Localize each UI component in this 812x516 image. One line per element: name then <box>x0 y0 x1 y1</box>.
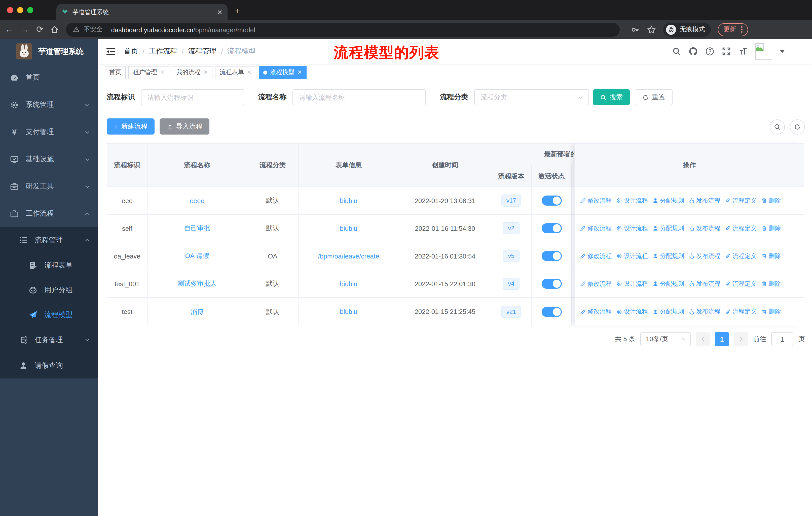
home-icon[interactable] <box>51 25 59 34</box>
tag-close-icon[interactable]: ✕ <box>247 69 252 76</box>
sidebar-item-system[interactable]: 系统管理 <box>0 91 98 118</box>
view-tag[interactable]: 流程表单 ✕ <box>215 66 256 79</box>
edit-process-action[interactable]: 修改流程 <box>580 252 612 260</box>
form-info-link[interactable]: biubiu <box>298 187 399 214</box>
forward-icon[interactable]: → <box>21 25 29 34</box>
view-tag[interactable]: 首页 ✕ <box>105 66 126 79</box>
form-info-link[interactable]: /bpm/oa/leave/create <box>298 242 399 270</box>
goto-page-input[interactable] <box>771 332 793 346</box>
caret-down-icon[interactable] <box>780 50 785 53</box>
maximize-window-icon[interactable] <box>27 7 33 13</box>
version-tag[interactable]: v21 <box>501 306 521 318</box>
edit-process-action[interactable]: 修改流程 <box>580 196 612 205</box>
version-tag[interactable]: v4 <box>503 278 519 290</box>
sidebar-item-payment[interactable]: ¥ 支付管理 <box>0 118 98 146</box>
active-toggle[interactable] <box>542 251 561 261</box>
process-name-link[interactable]: 滔博 <box>147 298 247 326</box>
reload-icon[interactable]: ⟳ <box>36 25 44 34</box>
page-size-select[interactable]: 10条/页 <box>640 332 691 346</box>
app-logo[interactable]: 芋道管理系统 <box>0 39 98 64</box>
process-name-link[interactable]: OA 请假 <box>147 242 247 270</box>
back-icon[interactable]: ← <box>5 25 13 34</box>
update-button[interactable]: 更新 <box>718 23 748 36</box>
edit-process-action[interactable]: 修改流程 <box>580 224 612 233</box>
delete-action[interactable]: 删除 <box>761 196 781 205</box>
form-info-link[interactable]: biubiu <box>298 298 399 326</box>
help-icon[interactable] <box>705 47 714 56</box>
sidebar-item-process-mgmt[interactable]: 流程管理 <box>0 227 98 253</box>
delete-action[interactable]: 删除 <box>761 279 781 288</box>
process-definition-action[interactable]: 流程定义 <box>725 252 757 260</box>
search-icon[interactable] <box>672 47 681 56</box>
design-process-action[interactable]: 设计流程 <box>616 196 648 205</box>
version-tag[interactable]: v2 <box>503 222 519 234</box>
publish-process-action[interactable]: 发布流程 <box>689 224 720 233</box>
breadcrumb-workflow[interactable]: 工作流程 <box>149 47 177 56</box>
address-bar[interactable]: 不安全 dashboard.yudao.iocoder.cn/bpm/manag… <box>66 22 620 36</box>
assign-rule-action[interactable]: 分配规则 <box>652 196 684 205</box>
sidebar-item-process-form[interactable]: 流程表单 <box>0 253 98 278</box>
view-tag[interactable]: 租户管理 ✕ <box>128 66 169 79</box>
process-definition-action[interactable]: 流程定义 <box>725 307 757 316</box>
sidebar-item-workflow[interactable]: 工作流程 <box>0 200 98 227</box>
sidebar-item-devtools[interactable]: 研发工具 <box>0 173 98 200</box>
form-info-link[interactable]: biubiu <box>298 270 399 297</box>
assign-rule-action[interactable]: 分配规则 <box>652 252 684 260</box>
refresh-table-button[interactable] <box>790 119 805 135</box>
user-avatar[interactable] <box>755 43 772 60</box>
process-definition-action[interactable]: 流程定义 <box>725 196 757 205</box>
view-tag[interactable]: 流程模型 ✕ <box>259 66 306 79</box>
process-name-link[interactable]: 自己审批 <box>147 215 247 242</box>
window-controls[interactable] <box>7 7 33 13</box>
view-tag[interactable]: 我的流程 ✕ <box>172 66 212 79</box>
active-toggle[interactable] <box>542 307 561 317</box>
security-label[interactable]: 不安全 <box>84 25 103 34</box>
publish-process-action[interactable]: 发布流程 <box>689 252 720 260</box>
close-window-icon[interactable] <box>7 7 13 13</box>
process-name-input[interactable] <box>292 89 426 105</box>
font-size-icon[interactable] <box>738 47 748 56</box>
breadcrumb-home[interactable]: 首页 <box>124 47 138 56</box>
sidebar-item-infra[interactable]: 基础设施 <box>0 146 98 173</box>
breadcrumb-process-mgmt[interactable]: 流程管理 <box>188 47 216 56</box>
key-icon[interactable] <box>631 25 640 34</box>
sidebar-item-home[interactable]: 首页 <box>0 64 98 91</box>
active-toggle[interactable] <box>542 195 561 206</box>
assign-rule-action[interactable]: 分配规则 <box>652 307 684 316</box>
import-process-button[interactable]: 导入流程 <box>160 118 209 135</box>
tag-close-icon[interactable]: ✕ <box>297 69 302 76</box>
delete-action[interactable]: 删除 <box>761 307 781 316</box>
create-process-button[interactable]: + 新建流程 <box>107 118 154 135</box>
sidebar-item-task-mgmt[interactable]: 任务管理 <box>0 327 98 353</box>
minimize-window-icon[interactable] <box>17 7 23 13</box>
publish-process-action[interactable]: 发布流程 <box>689 279 720 288</box>
next-page-button[interactable] <box>734 332 748 346</box>
new-tab-icon[interactable]: + <box>235 6 240 16</box>
active-toggle[interactable] <box>542 223 561 233</box>
bookmark-star-icon[interactable] <box>647 25 656 34</box>
browser-tab[interactable]: 芋道管理系统 ✕ <box>56 4 228 20</box>
active-toggle[interactable] <box>542 279 561 289</box>
delete-action[interactable]: 删除 <box>761 224 781 233</box>
tab-close-icon[interactable]: ✕ <box>217 8 223 16</box>
collapse-menu-icon[interactable] <box>106 47 116 56</box>
process-name-link[interactable]: eeee <box>147 187 247 214</box>
browser-menu-icon[interactable] <box>741 26 743 33</box>
design-process-action[interactable]: 设计流程 <box>616 252 648 260</box>
form-info-link[interactable]: biubiu <box>298 215 399 242</box>
prev-page-button[interactable] <box>696 332 710 346</box>
fullscreen-icon[interactable] <box>722 47 731 56</box>
edit-process-action[interactable]: 修改流程 <box>580 279 612 288</box>
current-page-button[interactable]: 1 <box>715 332 729 346</box>
sidebar-item-leave-query[interactable]: 请假查询 <box>0 353 98 378</box>
edit-process-action[interactable]: 修改流程 <box>580 307 612 316</box>
design-process-action[interactable]: 设计流程 <box>616 224 648 233</box>
version-tag[interactable]: v5 <box>503 250 519 262</box>
search-button[interactable]: 搜索 <box>593 89 630 105</box>
design-process-action[interactable]: 设计流程 <box>616 279 648 288</box>
assign-rule-action[interactable]: 分配规则 <box>652 279 684 288</box>
reset-button[interactable]: 重置 <box>635 89 672 105</box>
design-process-action[interactable]: 设计流程 <box>616 307 648 316</box>
version-tag[interactable]: v17 <box>501 194 521 207</box>
publish-process-action[interactable]: 发布流程 <box>689 196 720 205</box>
